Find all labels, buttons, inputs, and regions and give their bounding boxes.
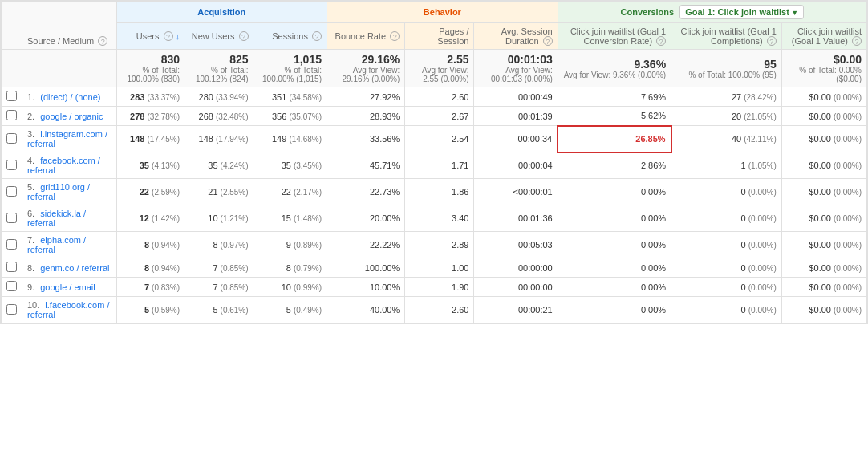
new-users-col-header[interactable]: New Users ?	[185, 23, 254, 50]
source-link-1[interactable]: google / organic	[40, 112, 103, 121]
conv-value-col-header[interactable]: Click join waitlist (Goal 1 Value) ?	[781, 23, 866, 50]
conv-value-val-7: $0.00 (0.00%)	[781, 258, 866, 278]
table-row: 1. (direct) / (none) 283 (33.37%) 280 (3…	[2, 87, 867, 107]
conv-value-val-1: $0.00 (0.00%)	[781, 107, 866, 126]
conv-completions-val-0: 27 (28.42%)	[671, 87, 782, 107]
row-checkbox-8[interactable]	[2, 278, 22, 297]
conv-rate-val-6: 0.00%	[558, 232, 671, 258]
conv-value-help[interactable]: ?	[852, 36, 862, 46]
source-link-7[interactable]: genm.co / referral	[40, 263, 109, 273]
table-row: 8. genm.co / referral 8 (0.94%) 7 (0.85%…	[2, 258, 867, 278]
checkbox-input-6[interactable]	[6, 239, 17, 250]
row-num-9: 10.	[27, 300, 43, 310]
select-all-checkbox[interactable]	[2, 2, 22, 50]
row-checkbox-3[interactable]	[2, 152, 22, 179]
avg-session-val-2: 00:00:34	[474, 126, 558, 152]
checkbox-input-4[interactable]	[6, 186, 17, 197]
conv-rate-val-0: 7.69%	[558, 87, 671, 107]
bounce-rate-help[interactable]: ?	[390, 31, 400, 41]
source-link-3[interactable]: facebook.com / referral	[27, 156, 100, 175]
row-num-0: 1.	[27, 92, 38, 102]
row-checkbox-1[interactable]	[2, 107, 22, 126]
avg-session-val-5: 00:01:36	[474, 205, 558, 232]
pages-session-val-0: 2.60	[405, 87, 474, 107]
table-row: 9. google / email 7 (0.83%) 7 (0.85%) 10…	[2, 278, 867, 297]
row-checkbox-2[interactable]	[2, 126, 22, 152]
row-num-3: 4.	[27, 156, 38, 165]
goal-dropdown[interactable]: Goal 1: Click join waitlist	[679, 5, 804, 19]
checkbox-input-3[interactable]	[6, 160, 17, 170]
source-link-2[interactable]: l.instagram.com / referral	[27, 129, 107, 148]
total-bounce-rate: 29.16% Avg for View: 29.16% (0.00%)	[327, 50, 404, 87]
new-users-val-1: 268 (32.48%)	[185, 107, 254, 126]
users-col-header[interactable]: Users ? ↓	[116, 23, 185, 50]
total-new-users: 825 % of Total: 100.12% (824)	[185, 50, 254, 87]
row-num-8: 9.	[27, 282, 38, 292]
pages-session-col-header[interactable]: Pages / Session	[405, 23, 474, 50]
checkbox-input-2[interactable]	[6, 133, 17, 144]
checkbox-input-5[interactable]	[6, 213, 17, 223]
row-checkbox-0[interactable]	[2, 87, 22, 107]
sessions-col-header[interactable]: Sessions ?	[254, 23, 327, 50]
conv-rate-col-header[interactable]: Click join waitlist (Goal 1 Conversion R…	[558, 23, 671, 50]
avg-session-val-1: 00:01:39	[474, 107, 558, 126]
conv-rate-val-2: 26.85%	[558, 126, 671, 152]
conv-completions-val-4: 0 (0.00%)	[671, 179, 782, 205]
table-row: 10. l.facebook.com / referral 5 (0.59%) …	[2, 297, 867, 323]
users-val-9: 5 (0.59%)	[116, 297, 185, 323]
sessions-help[interactable]: ?	[312, 31, 322, 41]
table-row: 6. sidekick.la / referral 12 (1.42%) 10 …	[2, 205, 867, 232]
row-checkbox-5[interactable]	[2, 205, 22, 232]
conv-completions-help[interactable]: ?	[767, 36, 777, 46]
avg-session-help[interactable]: ?	[543, 36, 553, 46]
new-users-val-5: 10 (1.21%)	[185, 205, 254, 232]
bounce-rate-val-9: 40.00%	[327, 297, 404, 323]
conv-completions-col-header[interactable]: Click join waitlist (Goal 1 Completions)…	[671, 23, 782, 50]
pages-session-val-5: 3.40	[405, 205, 474, 232]
row-num-7: 8.	[27, 263, 38, 273]
sessions-val-8: 10 (0.99%)	[254, 278, 327, 297]
row-checkbox-6[interactable]	[2, 232, 22, 258]
avg-session-val-4: <00:00:01	[474, 179, 558, 205]
sessions-val-9: 5 (0.49%)	[254, 297, 327, 323]
checkbox-input-7[interactable]	[6, 262, 17, 272]
bounce-rate-col-header[interactable]: Bounce Rate ?	[327, 23, 404, 50]
users-help[interactable]: ?	[164, 31, 173, 41]
users-sort[interactable]: ↓	[176, 31, 180, 41]
table-row: 4. facebook.com / referral 35 (4.13%) 35…	[2, 152, 867, 179]
pages-session-val-4: 1.86	[405, 179, 474, 205]
sessions-val-3: 35 (3.45%)	[254, 152, 327, 179]
pages-session-val-8: 1.90	[405, 278, 474, 297]
sessions-val-6: 9 (0.89%)	[254, 232, 327, 258]
new-users-help[interactable]: ?	[239, 31, 249, 41]
new-users-val-8: 7 (0.85%)	[185, 278, 254, 297]
checkbox-input-8[interactable]	[6, 281, 17, 291]
checkbox-input-1[interactable]	[6, 110, 17, 120]
new-users-val-6: 8 (0.97%)	[185, 232, 254, 258]
conv-value-val-4: $0.00 (0.00%)	[781, 179, 866, 205]
total-pages-session: 2.55 Avg for View: 2.55 (0.00%)	[405, 50, 474, 87]
new-users-val-9: 5 (0.61%)	[185, 297, 254, 323]
conv-rate-val-1: 5.62%	[558, 107, 671, 126]
checkbox-input-0[interactable]	[6, 91, 17, 101]
row-checkbox-7[interactable]	[2, 258, 22, 278]
avg-session-val-3: 00:00:04	[474, 152, 558, 179]
conv-rate-help[interactable]: ?	[656, 36, 666, 46]
new-users-val-2: 148 (17.94%)	[185, 126, 254, 152]
avg-session-col-header[interactable]: Avg. Session Duration ?	[474, 23, 558, 50]
source-link-0[interactable]: (direct) / (none)	[40, 92, 100, 102]
source-link-8[interactable]: google / email	[40, 282, 95, 292]
table-row: 7. elpha.com / referral 8 (0.94%) 8 (0.9…	[2, 232, 867, 258]
checkbox-input-9[interactable]	[6, 304, 17, 315]
conv-completions-val-1: 20 (21.05%)	[671, 107, 782, 126]
source-medium-help[interactable]: ?	[98, 36, 107, 46]
users-val-0: 283 (33.37%)	[116, 87, 185, 107]
source-label-7: 8. genm.co / referral	[22, 258, 117, 278]
row-checkbox-4[interactable]	[2, 179, 22, 205]
row-checkbox-9[interactable]	[2, 297, 22, 323]
total-conv-value: $0.00 % of Total: 0.00% ($0.00)	[781, 50, 866, 87]
conv-value-val-8: $0.00 (0.00%)	[781, 278, 866, 297]
source-label-6: 7. elpha.com / referral	[22, 232, 117, 258]
source-label-5: 6. sidekick.la / referral	[22, 205, 117, 232]
users-val-4: 22 (2.59%)	[116, 179, 185, 205]
